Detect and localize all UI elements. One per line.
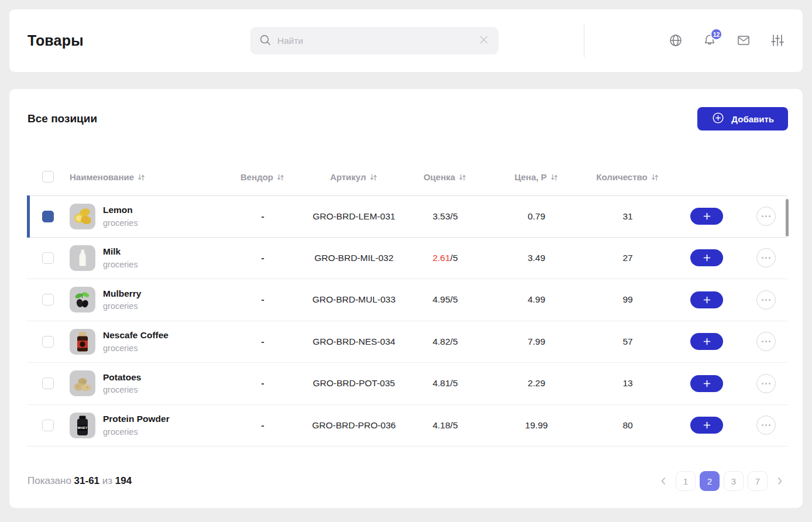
results-summary: Показано 31-61 из 194 — [27, 475, 132, 487]
add-to-cart-button[interactable] — [690, 208, 723, 225]
add-to-cart-button[interactable] — [690, 333, 723, 350]
table-row[interactable]: Nescafe Coffee groceries - GRO-BRD-NES-0… — [27, 321, 787, 363]
sku-cell: GRO-BRD-LEM-031 — [304, 211, 404, 222]
globe-icon[interactable] — [669, 33, 683, 47]
column-header-5[interactable]: Цена, Р — [486, 172, 587, 182]
add-to-cart-button[interactable] — [690, 417, 723, 434]
more-actions-button[interactable] — [756, 374, 776, 393]
sort-icon — [651, 173, 659, 181]
row-checkbox[interactable] — [42, 294, 54, 305]
bell-icon[interactable]: 12 — [703, 33, 717, 47]
rating-cell: 3.53/5 — [404, 211, 486, 222]
search-input[interactable] — [277, 36, 472, 46]
clear-search-icon[interactable] — [477, 33, 490, 49]
quantity-cell: 99 — [587, 294, 669, 305]
row-checkbox[interactable] — [42, 377, 54, 389]
results-range: 31-61 — [74, 475, 99, 486]
table-body: Lemon groceries - GRO-BRD-LEM-031 3.53/5… — [27, 195, 787, 447]
sort-icon — [276, 173, 285, 181]
column-header-4[interactable]: Оценка — [404, 172, 486, 182]
quantity-cell: 57 — [587, 336, 669, 347]
header-actions: 12 — [669, 33, 785, 47]
table-row[interactable]: Milk groceries - GRO-BRD-MIL-032 2.61/5 … — [27, 238, 787, 280]
more-actions-button[interactable] — [756, 290, 776, 310]
column-header-6[interactable]: Количество — [587, 172, 669, 182]
price-cell: 2.29 — [486, 378, 587, 389]
row-checkbox[interactable] — [42, 336, 54, 348]
product-name: Mulberry — [103, 287, 141, 300]
sku-cell: GRO-BRD-POT-035 — [304, 378, 404, 389]
section-title: Все позиции — [27, 112, 97, 125]
header-divider — [584, 25, 584, 57]
rating-cell: 4.82/5 — [404, 336, 486, 347]
sku-cell: GRO-BRD-PRO-036 — [304, 420, 404, 431]
svg-text:WHEY: WHEY — [78, 426, 88, 430]
add-to-cart-button[interactable] — [690, 375, 723, 392]
sku-cell: GRO-BRD-MIL-032 — [304, 253, 404, 263]
product-category: groceries — [103, 426, 170, 438]
protein-product-image: WHEY — [70, 413, 95, 438]
table-row[interactable]: Lemon groceries - GRO-BRD-LEM-031 3.53/5… — [27, 195, 787, 238]
product-name: Potatoes — [103, 371, 141, 384]
add-to-cart-button[interactable] — [690, 291, 723, 308]
column-header-2[interactable]: Вендор — [222, 172, 304, 182]
add-button-label: Добавить — [731, 114, 774, 124]
sliders-icon[interactable] — [770, 33, 785, 47]
product-category: groceries — [103, 259, 138, 270]
coffee-product-image — [70, 329, 95, 355]
price-cell: 4.99 — [486, 294, 587, 305]
mail-icon[interactable] — [737, 33, 751, 47]
search-box[interactable] — [250, 27, 498, 54]
vendor-cell: - — [222, 420, 304, 431]
row-checkbox[interactable] — [42, 420, 54, 431]
scrollbar-thumb[interactable] — [786, 199, 789, 236]
table-row[interactable]: Potatoes groceries - GRO-BRD-POT-035 4.8… — [27, 363, 787, 405]
pagination: 1237 — [655, 471, 788, 491]
table-row[interactable]: Mulberry groceries - GRO-BRD-MUL-033 4.9… — [27, 279, 787, 321]
next-page-button[interactable] — [772, 471, 788, 491]
sort-icon — [137, 173, 146, 181]
product-name: Protein Powder — [103, 413, 170, 425]
product-name: Nescafe Coffee — [103, 329, 168, 342]
plus-circle-icon — [711, 111, 725, 126]
row-checkbox[interactable] — [42, 211, 54, 222]
page-button-2[interactable]: 2 — [700, 471, 720, 491]
page-button-3[interactable]: 3 — [724, 471, 744, 491]
table-row[interactable]: WHEY Protein Powder groceries - GRO-BRD-… — [27, 405, 787, 447]
top-bar: Товары 12 — [9, 9, 803, 72]
row-checkbox[interactable] — [42, 252, 54, 264]
page-title: Товары — [27, 32, 84, 49]
product-name: Lemon — [103, 204, 138, 217]
lemon-product-image — [70, 204, 95, 229]
mulberry-product-image — [70, 287, 95, 312]
vendor-cell: - — [222, 253, 304, 263]
sort-icon — [550, 173, 559, 181]
select-all-checkbox[interactable] — [42, 171, 54, 183]
prev-page-button[interactable] — [655, 471, 672, 491]
column-header-3[interactable]: Артикул — [304, 172, 404, 182]
rating-cell: 4.81/5 — [404, 378, 486, 389]
vendor-cell: - — [222, 211, 304, 222]
products-panel: Все позиции Добавить НаименованиеВендорА… — [9, 89, 803, 508]
more-actions-button[interactable] — [756, 332, 776, 351]
product-category: groceries — [103, 384, 141, 396]
sku-cell: GRO-BRD-MUL-033 — [304, 294, 404, 305]
more-actions-button[interactable] — [756, 415, 776, 435]
quantity-cell: 27 — [587, 253, 669, 263]
column-header-1[interactable]: Наименование — [70, 172, 222, 182]
product-category: groceries — [103, 300, 141, 312]
more-actions-button[interactable] — [756, 248, 776, 267]
page-button-7[interactable]: 7 — [748, 471, 768, 491]
search-icon — [259, 33, 271, 49]
results-total: 194 — [115, 475, 132, 486]
add-to-cart-button[interactable] — [690, 249, 723, 266]
quantity-cell: 13 — [587, 378, 669, 389]
more-actions-button[interactable] — [756, 207, 776, 226]
quantity-cell: 31 — [587, 211, 669, 222]
page-button-1[interactable]: 1 — [676, 471, 696, 491]
sku-cell: GRO-BRD-NES-034 — [304, 336, 404, 347]
notification-badge: 12 — [710, 28, 722, 40]
products-table: НаименованиеВендорАртикулОценкаЦена, РКо… — [27, 163, 787, 447]
add-button[interactable]: Добавить — [697, 107, 788, 130]
vendor-cell: - — [222, 378, 304, 389]
